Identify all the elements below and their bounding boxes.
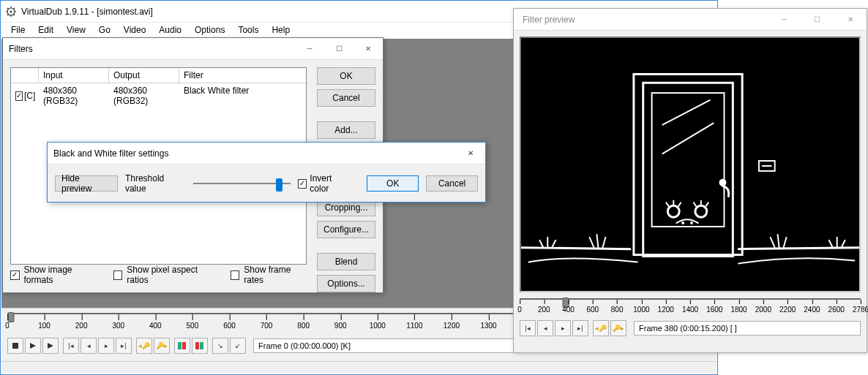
ruler-tick: 900 <box>334 322 347 330</box>
filters-minimize-button[interactable]: ─ <box>295 38 324 59</box>
filter-row[interactable]: [C] 480x360 (RGB32) 480x360 (RGB32) Blac… <box>11 83 306 108</box>
preview-close-button[interactable]: ✕ <box>834 9 867 30</box>
checkbox-icon <box>113 270 123 280</box>
menu-file[interactable]: File <box>5 23 31 37</box>
ruler-tick: 400 <box>562 306 575 314</box>
scene-next-button[interactable] <box>192 338 208 354</box>
ruler-tick: 1000 <box>633 306 649 314</box>
svg-point-30 <box>681 221 684 224</box>
col-output[interactable]: Output <box>109 68 179 83</box>
pw-key-prev-button[interactable]: ◂🔑 <box>593 320 609 336</box>
svg-point-31 <box>690 221 693 224</box>
menu-tools[interactable]: Tools <box>232 23 264 37</box>
threshold-label: Threshold value <box>125 173 187 194</box>
preview-image <box>521 38 859 291</box>
stop-button[interactable] <box>7 338 23 354</box>
ruler-tick: 1200 <box>658 306 674 314</box>
menu-help[interactable]: Help <box>266 23 296 37</box>
filters-add-button[interactable]: Add... <box>317 121 375 139</box>
checkbox-icon <box>298 179 307 189</box>
ruler-tick: 1200 <box>444 322 460 330</box>
menu-audio[interactable]: Audio <box>153 23 187 37</box>
ruler-tick: 800 <box>611 306 624 314</box>
pw-key-next-button[interactable]: 🔑▸ <box>610 320 626 336</box>
key-prev-button[interactable]: ◂🔑 <box>136 338 152 354</box>
filter-preview-window: Filter preview ─ ☐ ✕ <box>513 8 867 353</box>
filter-list-header: Input Output Filter <box>11 68 306 83</box>
hide-preview-button[interactable]: Hide preview <box>55 175 118 192</box>
mark-in-button[interactable]: ↘ <box>212 338 228 354</box>
svg-marker-3 <box>30 343 36 349</box>
ruler-tick: 300 <box>112 322 124 330</box>
goto-start-button[interactable]: |◂ <box>63 338 79 354</box>
svg-rect-2 <box>12 343 18 349</box>
ruler-tick: 2600 <box>828 306 845 314</box>
svg-rect-6 <box>182 342 186 349</box>
preview-frame-status: Frame 380 (0:00:15.200) [ ] <box>634 321 861 336</box>
bw-ok-button[interactable]: OK <box>367 175 419 192</box>
filters-maximize-button[interactable]: ☐ <box>324 38 353 59</box>
bw-close-button[interactable]: ✕ <box>456 143 485 164</box>
app-icon <box>5 6 17 18</box>
ruler-tick: 1000 <box>370 322 386 330</box>
show-par-checkbox[interactable]: Show pixel aspect ratios <box>113 265 217 285</box>
pw-goto-end-button[interactable]: ▸| <box>572 320 588 336</box>
scene-prev-button[interactable] <box>174 338 190 354</box>
filters-dialog-titlebar[interactable]: Filters ─ ☐ ✕ <box>3 38 383 60</box>
filters-options-button[interactable]: Options... <box>317 275 375 292</box>
svg-rect-7 <box>195 342 199 349</box>
bw-cancel-button[interactable]: Cancel <box>426 175 478 192</box>
preview-minimize-button[interactable]: ─ <box>768 9 801 30</box>
checkbox-icon <box>231 270 239 280</box>
checkbox-icon <box>10 270 20 280</box>
play-input-button[interactable] <box>25 338 41 354</box>
menu-go[interactable]: Go <box>93 23 116 37</box>
svg-line-12 <box>522 248 630 249</box>
filters-close-button[interactable]: ✕ <box>353 38 383 59</box>
mark-out-button[interactable]: ↙ <box>230 338 246 354</box>
svg-rect-5 <box>178 342 182 349</box>
preview-ruler[interactable]: 0200400600800100012001400160018002000220… <box>520 298 861 317</box>
menu-options[interactable]: Options <box>189 23 231 37</box>
pw-goto-start-button[interactable]: |◂ <box>520 320 536 336</box>
menu-edit[interactable]: Edit <box>32 23 59 37</box>
filters-configure-button[interactable]: Configure... <box>317 221 375 238</box>
goto-end-button[interactable]: ▸| <box>116 338 132 354</box>
col-input[interactable]: Input <box>39 68 109 83</box>
show-framerates-checkbox[interactable]: Show frame rates <box>231 265 310 285</box>
step-forward-button[interactable]: ▸ <box>98 338 114 354</box>
invert-color-checkbox[interactable]: Invert color <box>298 173 353 194</box>
filter-input: 480x360 (RGB32) <box>39 85 109 107</box>
ruler-tick: 600 <box>587 306 599 314</box>
bw-dialog-titlebar[interactable]: Black and White filter settings ✕ <box>48 143 485 164</box>
col-filter[interactable]: Filter <box>179 68 306 83</box>
ruler-tick: 0 <box>517 306 522 314</box>
filters-cancel-button[interactable]: Cancel <box>317 89 375 107</box>
show-image-formats-checkbox[interactable]: Show image formats <box>10 265 100 285</box>
ruler-tick: 0 <box>5 322 10 330</box>
pw-step-forward-button[interactable]: ▸ <box>555 320 571 336</box>
filters-blend-button[interactable]: Blend <box>317 253 375 270</box>
bw-dialog-title: Black and White filter settings <box>53 148 168 159</box>
ruler-tick: 100 <box>38 322 50 330</box>
slider-thumb[interactable] <box>276 178 283 192</box>
preview-controls: |◂ ◂ ▸ ▸| ◂🔑 🔑▸ Frame 380 (0:00:15.200) … <box>514 319 867 338</box>
menu-view[interactable]: View <box>61 23 91 37</box>
filters-dialog-title: Filters <box>9 44 33 54</box>
step-back-button[interactable]: ◂ <box>81 338 97 354</box>
menu-video[interactable]: Video <box>118 23 151 37</box>
ruler-tick: 2400 <box>804 306 820 314</box>
preview-titlebar[interactable]: Filter preview ─ ☐ ✕ <box>514 9 867 31</box>
ruler-tick: 200 <box>538 306 550 314</box>
filter-enabled-checkbox[interactable] <box>15 91 23 101</box>
threshold-slider[interactable] <box>193 176 290 191</box>
timeline-playhead[interactable] <box>7 312 14 322</box>
svg-point-19 <box>719 179 727 186</box>
ruler-tick: 200 <box>75 322 88 330</box>
key-next-button[interactable]: 🔑▸ <box>154 338 170 354</box>
bw-filter-settings-dialog: Black and White filter settings ✕ Hide p… <box>47 142 486 202</box>
filters-ok-button[interactable]: OK <box>317 67 375 85</box>
preview-maximize-button[interactable]: ☐ <box>801 9 834 30</box>
pw-step-back-button[interactable]: ◂ <box>537 320 553 336</box>
play-output-button[interactable] <box>42 338 59 354</box>
